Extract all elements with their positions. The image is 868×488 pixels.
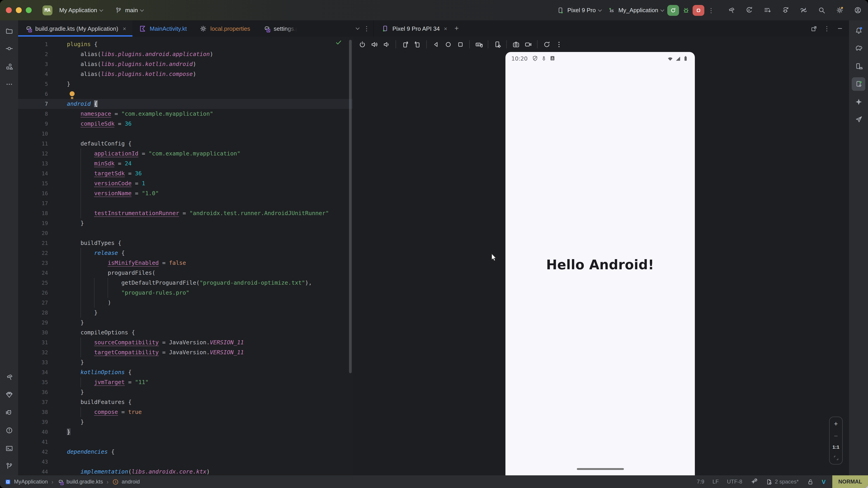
hidden-tabs-chevron-icon[interactable] (356, 26, 360, 30)
run-config-selector[interactable]: My_Application (605, 4, 666, 16)
line-number[interactable]: 18 (18, 208, 67, 218)
more-horizontal-icon[interactable] (2, 77, 16, 91)
line-number[interactable]: 29 (18, 318, 67, 328)
minimize-window-button[interactable] (16, 7, 22, 13)
lock-open-icon[interactable] (803, 478, 817, 485)
breadcrumb-item[interactable]: MyApplication (14, 479, 48, 485)
build-hammer-icon[interactable] (725, 4, 737, 16)
line-number[interactable]: 2 (18, 49, 67, 59)
tab-MainActivity.kt[interactable]: MainActivity.kt (132, 20, 193, 37)
line-number[interactable]: 34 (18, 367, 67, 377)
project-folder-icon[interactable] (2, 24, 16, 37)
debug-restart-icon[interactable] (779, 4, 791, 16)
code-text[interactable]: android { (67, 99, 352, 109)
home-icon[interactable] (442, 39, 454, 50)
file-encoding[interactable]: UTF-8 (723, 479, 746, 485)
gradle-elephant-icon[interactable] (852, 41, 865, 55)
line-number[interactable]: 1 (18, 39, 67, 49)
line-number[interactable]: 31 (18, 337, 67, 348)
sync-changes-icon[interactable] (798, 4, 809, 16)
open-in-window-icon[interactable] (809, 24, 818, 33)
line-number[interactable]: 14 (18, 168, 67, 178)
code-text[interactable]: buildTypes { (67, 238, 352, 248)
code-text[interactable]: } (67, 318, 352, 328)
editor-scrollbar[interactable] (349, 40, 352, 373)
zoom-window-button[interactable] (26, 7, 32, 13)
gemini-sparkle-icon[interactable] (852, 95, 865, 108)
line-number[interactable]: 22 (18, 248, 67, 258)
code-text[interactable] (67, 228, 352, 238)
device-selector[interactable]: Pixel 9 Pro (554, 4, 604, 16)
search-icon[interactable] (815, 4, 827, 16)
line-number[interactable]: 12 (18, 149, 67, 159)
line-number[interactable]: 23 (18, 258, 67, 268)
tab-options-icon[interactable]: ⋮ (364, 25, 370, 32)
code-text[interactable]: compileSdk = 36 (67, 119, 352, 129)
code-text[interactable]: dependencies { (67, 447, 352, 457)
overview-icon[interactable] (455, 39, 466, 50)
line-number[interactable]: 11 (18, 139, 67, 149)
close-icon[interactable]: × (444, 25, 447, 32)
line-number[interactable]: 33 (18, 357, 67, 367)
line-number[interactable]: 24 (18, 268, 67, 278)
ideavim-icon[interactable]: V (817, 478, 830, 485)
code-text[interactable]: versionCode = 1 (67, 178, 352, 188)
line-number[interactable]: 41 (18, 437, 67, 447)
tab-build.gradle.kts[interactable]: Kbuild.gradle.kts (My Application)× (18, 20, 132, 37)
volume-down-icon[interactable] (381, 39, 392, 50)
line-number[interactable]: 26 (18, 288, 67, 298)
line-number[interactable]: 15 (18, 178, 67, 188)
code-text[interactable] (67, 437, 352, 447)
indent-config[interactable]: 2 spaces* (762, 478, 803, 485)
line-number[interactable]: 13 (18, 159, 67, 168)
code-text[interactable]: alias(libs.plugins.kotlin.compose) (67, 69, 352, 79)
hide-panel-icon[interactable] (835, 24, 844, 33)
zoom-actual-size-button[interactable]: 1:1 (833, 445, 839, 450)
line-number[interactable]: 39 (18, 417, 67, 427)
debug-button[interactable] (680, 4, 692, 16)
vim-mode-badge[interactable]: NORMAL (833, 475, 868, 488)
device-screen[interactable]: 10:20 A (505, 52, 695, 475)
line-number[interactable]: 5 (18, 79, 67, 89)
code-text[interactable]: namespace = "com.example.myapplication" (67, 109, 352, 119)
structure-shapes-icon[interactable] (2, 60, 16, 73)
code-text[interactable] (67, 198, 352, 208)
problems-icon[interactable] (2, 424, 16, 437)
code-text[interactable]: plugins { (67, 39, 352, 49)
code-text[interactable]: implementation(libs.androidx.core.ktx) (67, 467, 352, 475)
hardware-input-icon[interactable] (473, 39, 484, 50)
code-text[interactable]: minSdk = 24 (67, 159, 352, 168)
logcat-cat-icon[interactable] (2, 406, 16, 419)
code-text[interactable] (67, 457, 352, 467)
code-text[interactable]: proguardFiles( (67, 268, 352, 278)
line-number[interactable]: 44 (18, 467, 67, 475)
stop-button[interactable] (692, 5, 704, 15)
device-settings-icon[interactable] (492, 39, 503, 50)
code-text[interactable]: alias(libs.plugins.kotlin.android) (67, 59, 352, 69)
code-lines[interactable]: 1plugins {2 alias(libs.plugins.android.a… (18, 37, 352, 475)
notifications-bell-icon[interactable] (852, 24, 865, 37)
ai-assist-off-icon[interactable] (746, 478, 762, 485)
zoom-in-button[interactable]: + (834, 420, 838, 427)
tab-local.properties[interactable]: local.properties (193, 20, 256, 37)
branch-selector[interactable]: main (112, 4, 146, 16)
line-number[interactable]: 17 (18, 198, 67, 208)
traffic-lights[interactable] (6, 7, 32, 13)
code-text[interactable]: targetCompatibility = JavaVersion.VERSIO… (67, 348, 352, 357)
code-text[interactable]: testInstrumentationRunner = "androidx.te… (67, 208, 352, 218)
reset-icon[interactable] (541, 39, 552, 50)
code-text[interactable]: defaultConfig { (67, 139, 352, 149)
panel-options-icon[interactable]: ⋮ (824, 25, 830, 32)
line-number[interactable]: 16 (18, 188, 67, 198)
project-selector[interactable]: My Application (57, 5, 105, 15)
line-number[interactable]: 21 (18, 238, 67, 248)
code-text[interactable]: } (67, 387, 352, 397)
device-manager-icon[interactable] (852, 59, 865, 73)
code-text[interactable]: getDefaultProguardFile("proguard-android… (67, 278, 352, 288)
code-editor[interactable]: 1plugins {2 alias(libs.plugins.android.a… (18, 37, 352, 475)
breadcrumb-item[interactable]: android (122, 479, 140, 485)
code-text[interactable] (67, 89, 352, 99)
more-vertical-icon[interactable] (553, 39, 564, 50)
code-text[interactable]: "proguard-rules.pro" (67, 288, 352, 298)
line-number[interactable]: 19 (18, 218, 67, 228)
